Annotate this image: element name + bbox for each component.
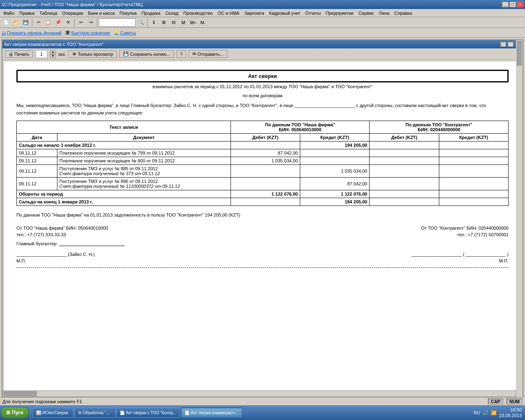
quick-learn-link[interactable]: 🎓 Быстрое освоение [65, 30, 110, 35]
right-phone: тел.: +7 (7172) 50700001 [457, 232, 509, 237]
help-doc-button[interactable]: ? [176, 50, 186, 58]
close-button[interactable]: ✕ [517, 2, 523, 7]
horizontal-scrollbar[interactable] [2, 390, 516, 397]
taskbar-item-1[interactable]: ⚙ Обработка "... [74, 408, 115, 418]
menu-purchase[interactable]: Покупка [117, 10, 139, 16]
scrollbar-thumb[interactable] [517, 62, 521, 66]
paste-button[interactable]: 📌 [54, 18, 63, 27]
tb-extra-2[interactable]: ⊟ [169, 18, 178, 27]
search-input[interactable] [99, 18, 136, 27]
menu-reports[interactable]: Отчеты [303, 10, 323, 16]
cut-button[interactable]: ✂ [34, 18, 43, 27]
tray-network-icon: 🔊 [483, 410, 488, 415]
menu-hr[interactable]: Кадровый учет [267, 10, 303, 16]
minimize-button[interactable]: _ [502, 2, 509, 7]
table-cell-credit1 [300, 157, 370, 165]
table-row-debet1 [231, 198, 300, 206]
table-row-label: Сальдо на конец 1 января 2013 г. [17, 198, 231, 206]
start-button[interactable]: ⊞ Пуск [1, 407, 29, 418]
doc-col-header: Документ [57, 134, 231, 142]
print-button[interactable]: 🖨 Печать [5, 50, 33, 58]
taskbar-item-0[interactable]: 📊 ИСАктСверки [32, 408, 73, 418]
tb-extra-5[interactable]: M- [199, 18, 208, 27]
taskbar-icon-3: 📄 [185, 411, 189, 415]
copy-button[interactable]: 📋 [44, 18, 53, 27]
undo-button[interactable]: ↩ [76, 18, 85, 27]
tb-extra-4[interactable]: M+ [189, 18, 198, 27]
toolbar-separator-4 [147, 18, 148, 27]
doc-maximize-button[interactable]: □ [508, 42, 514, 47]
menu-bank[interactable]: Банк и касса [86, 10, 117, 16]
table-cell-date: 09.11.12 [17, 165, 57, 178]
table-row: 09.11.12 Поступление ТМЗ и услуг № 885 о… [17, 165, 509, 178]
doc-title-bar: Акт сверки взаиморасчетов с ТОО "Контраг… [2, 40, 523, 48]
maximize-button[interactable]: □ [509, 2, 516, 7]
menu-service[interactable]: Сервис [356, 10, 377, 16]
app-title: 1С:Предприятие - Учеб / ТОО "Наша фирма"… [2, 2, 143, 7]
table-cell-doc: Платежное поручение исходящее № 800 от 0… [57, 157, 231, 165]
document-window: Акт сверки взаиморасчетов с ТОО "Контраг… [2, 39, 523, 404]
menu-sales[interactable]: Продажа [139, 10, 163, 16]
table-cell-doc: Поступление ТМЗ и услуг № 890 от 09.11.2… [57, 178, 231, 190]
new-button[interactable]: 📄 [2, 18, 11, 27]
menu-os[interactable]: ОС и НМА [215, 10, 242, 16]
send-icon: ✉ [192, 51, 196, 57]
menu-operations[interactable]: Операции [59, 10, 85, 16]
taskbar-item-2[interactable]: 📄 Акт сверки с ТОО "Контр... [116, 408, 180, 418]
open-button[interactable]: 📂 [11, 18, 21, 27]
menu-table[interactable]: Таблица [37, 10, 59, 16]
info-button[interactable]: ℹ [149, 18, 158, 27]
toolbar-separator-2 [74, 18, 75, 27]
taskbar: ⊞ Пуск 📊 ИСАктСверки ⚙ Обработка "... 📄 … [0, 405, 525, 420]
tray-volume-icon: 📶 [491, 410, 497, 415]
taskbar-icon-2: 📄 [120, 411, 125, 415]
tb-extra-1[interactable]: ⊞ [159, 18, 168, 27]
view-only-button[interactable]: 👁 Только просмотр [68, 50, 117, 58]
table-body: Сальдо на начало 1 ноября 2012 г. 194 20… [17, 142, 509, 206]
show-panel-link[interactable]: 🗂 Показать панель функций [2, 30, 62, 35]
debet2-col-header: Дебет (KZT) [370, 134, 439, 142]
tips-link[interactable]: 💡 Советы [114, 30, 136, 35]
copies-up[interactable]: ▲ [50, 50, 56, 54]
menu-edit[interactable]: Правка [17, 10, 37, 16]
menu-production[interactable]: Производство [181, 10, 215, 16]
right-sig: ____________________ ( ________________ … [411, 252, 509, 257]
view-icon: 👁 [72, 52, 77, 57]
menu-file[interactable]: Файл [1, 10, 17, 16]
menu-warehouse[interactable]: Склад [163, 10, 181, 16]
h-scrollbar-thumb[interactable] [4, 391, 37, 396]
save-copy-button[interactable]: 💾 Сохранить копию... [119, 50, 174, 58]
menu-salary[interactable]: Зарплата [242, 10, 267, 16]
phone-row: тел.: +7 (727) 333-33-33 тел.: +7 (7172)… [16, 232, 509, 237]
menu-help[interactable]: Справка [392, 10, 414, 16]
taskbar-item-3[interactable]: 📄 Акт сверки взаиморасч... [181, 408, 242, 418]
table-row-credit2 [439, 142, 508, 149]
menu-windows[interactable]: Окна [377, 10, 392, 16]
title-bar: 1С:Предприятие - Учеб / ТОО "Наша фирма"… [0, 0, 525, 9]
menu-enterprise[interactable]: Предприятие [323, 10, 356, 16]
copies-down[interactable]: ▼ [50, 54, 56, 58]
save-button[interactable]: 💾 [21, 18, 30, 27]
table-row-label: Сальдо на начало 1 ноября 2012 г. [17, 142, 231, 149]
vertical-scrollbar[interactable] [516, 62, 521, 397]
delete-button[interactable]: ✕ [64, 18, 73, 27]
send-button[interactable]: ✉ Отправить... [189, 50, 227, 58]
num-indicator: NUM [507, 399, 523, 404]
date-col-header: Дата [17, 134, 57, 142]
table-row-credit2 [439, 190, 508, 198]
redo-button[interactable]: ↪ [86, 18, 95, 27]
tb-extra-3[interactable]: M [179, 18, 188, 27]
copies-spinner[interactable]: ▲ ▼ [50, 50, 56, 58]
doc-minimize-button[interactable]: _ [500, 42, 506, 47]
act-table: Текст записи По данным ТОО "Наша фирма" … [16, 121, 509, 206]
doc-content[interactable]: Акт сверки взаимных расчетов за период с… [4, 62, 521, 397]
table-cell-debet2 [370, 157, 439, 165]
copies-input[interactable] [35, 50, 48, 58]
search-button[interactable]: 🔍 [137, 18, 146, 27]
table-row-credit1: 194 205,00 [300, 142, 370, 149]
table-row-debet2 [370, 198, 439, 206]
right-paren1: ( [463, 252, 465, 257]
taskbar-icon-0: 📊 [36, 411, 41, 415]
table-row-credit1: 194 205,00 [300, 198, 370, 206]
table-cell-doc: Платежное поручение исходящее № 799 от 0… [57, 149, 231, 157]
